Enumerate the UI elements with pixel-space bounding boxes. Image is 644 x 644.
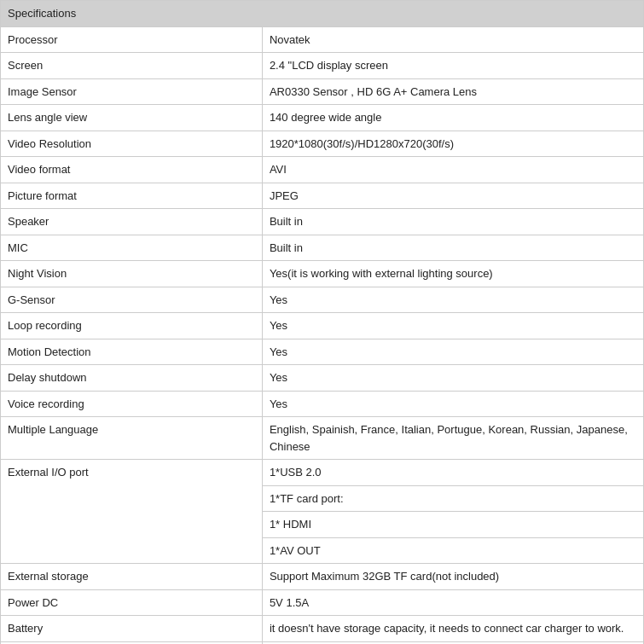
section-header: Specifications — [1, 1, 644, 27]
row-value: Yes(it is working with external lighting… — [262, 261, 643, 287]
table-row: SpeakerBuilt in — [1, 209, 644, 235]
table-row: Multiple LanguageEnglish, Spainish, Fran… — [1, 417, 644, 460]
row-key: Picture format — [1, 183, 263, 209]
row-key: Loop recording — [1, 313, 263, 339]
row-key: Multiple Language — [1, 417, 263, 460]
row-value: 1920*1080(30f/s)/HD1280x720(30f/s) — [262, 131, 643, 157]
row-key: Delay shutdown — [1, 365, 263, 392]
row-value: Yes — [262, 313, 643, 339]
row-key: Night Vision — [1, 261, 263, 287]
row-value: Novatek — [262, 26, 643, 53]
table-row: Video Resolution1920*1080(30f/s)/HD1280x… — [1, 131, 644, 157]
table-row: Power DC5V 1.5A — [1, 589, 644, 616]
table-row: MICBuilt in — [1, 235, 644, 261]
row-value: Built in — [262, 209, 643, 235]
row-key: Voice recording — [1, 391, 263, 417]
table-row: Loop recordingYes — [1, 313, 644, 339]
table-row: Lens angle view140 degree wide angle — [1, 105, 644, 131]
row-value: Yes — [262, 287, 643, 313]
table-row: Image SensorAR0330 Sensor , HD 6G A+ Cam… — [1, 78, 644, 105]
table-row: Night VisionYes(it is working with exter… — [1, 261, 644, 287]
row-key: Speaker — [1, 209, 263, 235]
row-value: 1*AV OUT — [262, 537, 643, 564]
row-value: Support Maximum 32GB TF card(not include… — [262, 564, 643, 590]
row-key: External storage — [1, 564, 263, 590]
row-value: JPEG — [262, 183, 643, 209]
row-value: 1*TF card port: — [262, 485, 643, 512]
row-key: Video format — [1, 157, 263, 183]
row-key: Battery — [1, 616, 263, 642]
table-row: External I/O port1*USB 2.0 — [1, 460, 644, 486]
table-row: Motion DetectionYes — [1, 339, 644, 365]
row-value: 1* HDMI — [262, 512, 643, 538]
row-value: Built in — [262, 235, 643, 261]
row-key: Image Sensor — [1, 78, 263, 105]
table-row: ProcessorNovatek — [1, 26, 644, 53]
table-row: G-SensorYes — [1, 287, 644, 313]
row-value: Yes — [262, 339, 643, 365]
row-value: AVI — [262, 157, 643, 183]
row-key: External I/O port — [1, 460, 263, 564]
row-key: Video Resolution — [1, 131, 263, 157]
row-key: Screen — [1, 53, 263, 79]
row-value: 1*USB 2.0 — [262, 460, 643, 486]
row-key: Motion Detection — [1, 339, 263, 365]
row-key: MIC — [1, 235, 263, 261]
row-key: Lens angle view — [1, 105, 263, 131]
row-key: Processor — [1, 26, 263, 53]
table-row: External storageSupport Maximum 32GB TF … — [1, 564, 644, 590]
row-value: Yes — [262, 391, 643, 417]
row-value: English, Spainish, France, Italian, Port… — [262, 417, 643, 460]
row-value: 2.4 "LCD display screen — [262, 53, 643, 79]
row-key: Power DC — [1, 589, 263, 616]
table-row: Video formatAVI — [1, 157, 644, 183]
table-row: Batteryit doesn't have storage capacity,… — [1, 616, 644, 642]
table-row: Delay shutdownYes — [1, 365, 644, 392]
table-row: Voice recordingYes — [1, 391, 644, 417]
row-value: Yes — [262, 365, 643, 392]
row-value: it doesn't have storage capacity, it nee… — [262, 616, 643, 642]
row-value: 140 degree wide angle — [262, 105, 643, 131]
table-row: Picture formatJPEG — [1, 183, 644, 209]
row-value: 5V 1.5A — [262, 589, 643, 616]
table-row: Screen2.4 "LCD display screen — [1, 53, 644, 79]
row-key: G-Sensor — [1, 287, 263, 313]
row-value: AR0330 Sensor , HD 6G A+ Camera Lens — [262, 78, 643, 105]
specifications-table: SpecificationsProcessorNovatekScreen2.4 … — [0, 0, 644, 644]
